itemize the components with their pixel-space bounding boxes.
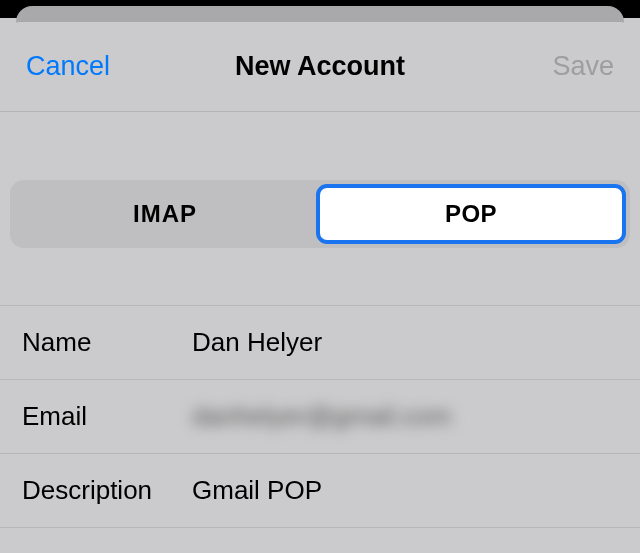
name-field[interactable]: [192, 327, 618, 358]
cancel-button[interactable]: Cancel: [26, 51, 110, 82]
save-button: Save: [552, 51, 614, 82]
form-row-description[interactable]: Description: [0, 454, 640, 528]
navigation-header: Cancel New Account Save: [0, 22, 640, 112]
page-title: New Account: [146, 51, 494, 82]
email-label: Email: [22, 401, 192, 432]
segment-imap[interactable]: IMAP: [14, 184, 316, 244]
segment-pop[interactable]: POP: [316, 184, 626, 244]
form-row-name[interactable]: Name: [0, 306, 640, 380]
modal-sheet: Cancel New Account Save IMAP POP Name Em…: [0, 22, 640, 553]
spacer: [0, 248, 640, 306]
email-field[interactable]: danhelyer@gmail.com: [192, 401, 618, 432]
form-row-email[interactable]: Email danhelyer@gmail.com: [0, 380, 640, 454]
account-type-segmented-control: IMAP POP: [0, 180, 640, 248]
spacer: [0, 112, 640, 180]
description-label: Description: [22, 475, 192, 506]
name-label: Name: [22, 327, 192, 358]
description-field[interactable]: [192, 475, 618, 506]
account-form: Name Email danhelyer@gmail.com Descripti…: [0, 306, 640, 528]
